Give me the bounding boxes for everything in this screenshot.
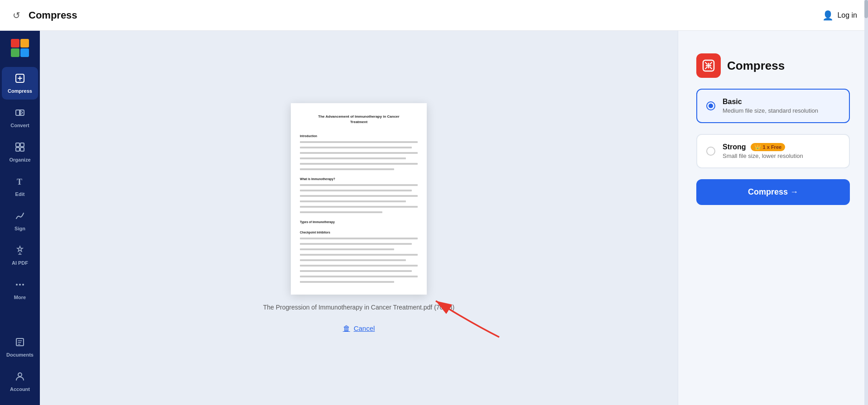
strong-option-card[interactable]: Strong 👑 1 x Free Small file size, lower… (696, 134, 850, 168)
preview-pane: The Advancement of Immunotherapy in Canc… (40, 31, 678, 405)
pdf-section4-heading: Checkpoint Inhibitors (300, 231, 418, 234)
convert-nav-label: Convert (10, 123, 29, 128)
sidebar-item-convert[interactable]: Convert (2, 101, 38, 134)
sidebar-item-edit[interactable]: T Edit (2, 170, 38, 203)
login-label: Log in (837, 11, 857, 19)
compress-action-button[interactable]: Compress → (696, 179, 850, 205)
svg-rect-5 (16, 148, 19, 151)
pdf-line (300, 281, 394, 283)
sidebar: Compress Convert (0, 31, 40, 405)
back-button[interactable]: ↺ (11, 8, 22, 23)
page-title: Compress (29, 10, 77, 21)
compress-nav-icon (14, 73, 25, 86)
ai-pdf-nav-label: AI PDF (12, 260, 28, 266)
pdf-line (300, 184, 418, 186)
pdf-line (300, 141, 418, 143)
sidebar-item-ai-pdf[interactable]: AI PDF (2, 239, 38, 272)
right-panel-title: Compress (727, 59, 785, 73)
basic-option-name: Basic (723, 98, 742, 106)
pdf-line (300, 152, 418, 154)
pdf-line (300, 190, 412, 191)
svg-text:T: T (17, 177, 22, 186)
header-left: ↺ Compress (11, 8, 77, 23)
pdf-line (300, 147, 412, 148)
more-nav-icon (14, 279, 25, 293)
compress-action-label: Compress → (748, 187, 798, 197)
svg-rect-3 (16, 143, 19, 147)
badge-label: 1 x Free (763, 144, 782, 150)
svg-point-10 (22, 284, 24, 286)
svg-point-12 (18, 373, 22, 376)
pdf-line (300, 238, 418, 239)
pdf-line (300, 168, 394, 170)
ai-pdf-nav-icon (14, 245, 25, 258)
logo-q3 (11, 48, 19, 57)
more-nav-label: More (14, 295, 26, 300)
logo-q2 (20, 39, 29, 48)
compress-icon-box (696, 53, 721, 78)
basic-option-desc: Medium file size, standard resolution (723, 107, 818, 114)
pdf-line (300, 265, 418, 267)
pdf-section3-heading: Types of Immunotherapy (300, 220, 418, 224)
sidebar-item-compress[interactable]: Compress (2, 67, 38, 100)
svg-rect-4 (20, 143, 24, 147)
strong-option-name-row: Strong 👑 1 x Free (723, 143, 803, 151)
pdf-line (300, 248, 394, 250)
pdf-line (300, 259, 406, 261)
pdf-intro-heading: Introduction (300, 134, 418, 138)
pdf-line (300, 254, 418, 256)
trash-icon: 🗑 (343, 324, 350, 333)
basic-radio (706, 101, 715, 110)
main-container: Compress Convert (0, 31, 868, 405)
convert-nav-icon (14, 107, 25, 121)
basic-option-card[interactable]: Basic Medium file size, standard resolut… (696, 89, 850, 123)
preview-filename: The Progression of Immunotherapy in Canc… (263, 304, 455, 311)
pdf-line (300, 157, 406, 159)
basic-option-info: Basic Medium file size, standard resolut… (723, 98, 818, 114)
svg-point-8 (16, 284, 18, 286)
pdf-preview-card: The Advancement of Immunotherapy in Canc… (291, 103, 427, 294)
sidebar-item-more[interactable]: More (2, 273, 38, 306)
pdf-line (300, 163, 418, 165)
content-area: The Advancement of Immunotherapy in Canc… (40, 31, 868, 405)
pdf-line (300, 243, 412, 245)
right-panel-header: Compress (696, 53, 850, 78)
sidebar-item-documents[interactable]: Documents (2, 331, 38, 363)
sign-nav-icon (14, 210, 25, 224)
app-logo (8, 36, 32, 60)
pdf-line (300, 211, 382, 213)
sidebar-item-account[interactable]: Account (2, 365, 38, 398)
cancel-button[interactable]: 🗑 Cancel (343, 324, 375, 333)
user-icon: 👤 (822, 10, 834, 21)
scrollbar[interactable] (864, 31, 868, 405)
strong-radio (706, 147, 715, 156)
logo-q4 (20, 48, 29, 57)
svg-point-9 (19, 284, 21, 286)
basic-option-name-row: Basic (723, 98, 818, 106)
pdf-line (300, 206, 418, 208)
pdf-line (300, 195, 418, 197)
pdf-preview-title: The Advancement of Immunotherapy in Canc… (300, 114, 418, 124)
login-button[interactable]: 👤 Log in (822, 10, 857, 21)
documents-nav-label: Documents (6, 352, 34, 357)
strong-option-desc: Small file size, lower resolution (723, 152, 803, 159)
documents-nav-icon (14, 337, 25, 350)
svg-rect-6 (20, 148, 24, 151)
edit-nav-icon: T (14, 176, 25, 190)
strong-option-info: Strong 👑 1 x Free Small file size, lower… (723, 143, 803, 159)
logo-q1 (11, 39, 19, 48)
pdf-line (300, 276, 418, 277)
pointer-arrow (391, 287, 526, 342)
sidebar-item-sign[interactable]: Sign (2, 205, 38, 237)
sidebar-item-organize[interactable]: Organize (2, 136, 38, 168)
organize-nav-icon (14, 142, 25, 155)
basic-radio-fill (709, 104, 713, 108)
organize-nav-label: Organize (9, 157, 30, 162)
sign-nav-label: Sign (14, 226, 25, 231)
compress-nav-label: Compress (8, 88, 32, 94)
pdf-section2-heading: What is Immunotherapy? (300, 177, 418, 181)
pdf-line (300, 200, 406, 202)
strong-option-name: Strong (723, 143, 746, 151)
pdf-line (300, 270, 412, 272)
cancel-label: Cancel (354, 324, 375, 332)
